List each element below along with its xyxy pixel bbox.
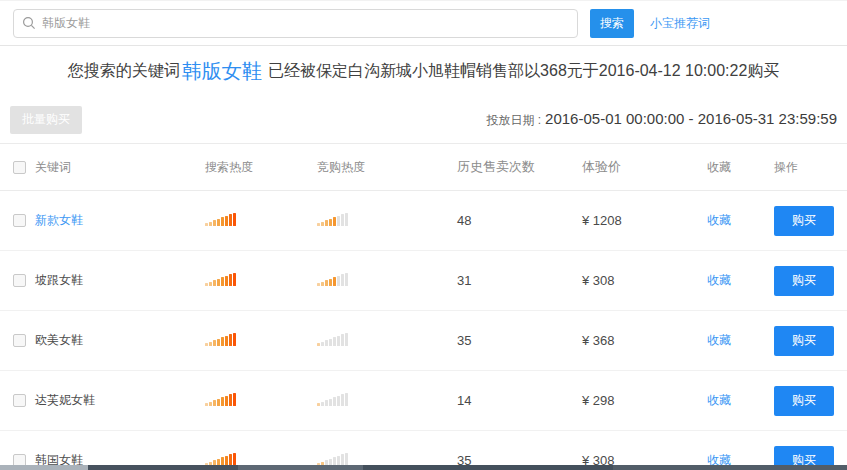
- recommend-words-link[interactable]: 小宝推荐词: [650, 15, 710, 32]
- header-favorite: 收藏: [707, 159, 774, 176]
- search-heat-indicator: [205, 392, 236, 406]
- experience-price: ¥ 298: [582, 393, 707, 408]
- header-price: 体验价: [582, 158, 707, 176]
- notice-keyword: 韩版女鞋: [182, 58, 262, 85]
- table-row: 欧美女鞋 35 ¥ 368 收藏 购买: [0, 311, 847, 371]
- search-heat-indicator: [205, 212, 236, 226]
- sales-count: 14: [457, 393, 582, 408]
- purchase-notice: 您搜索的关键词韩版女鞋 已经被保定白沟新城小旭鞋帽销售部以368元于2016-0…: [0, 46, 847, 96]
- buy-button[interactable]: 购买: [774, 386, 834, 416]
- search-heat-indicator: [205, 332, 236, 346]
- buy-button[interactable]: 购买: [774, 326, 834, 356]
- keyword-purchase-page: 搜索 小宝推荐词 您搜索的关键词韩版女鞋 已经被保定白沟新城小旭鞋帽销售部以36…: [0, 0, 847, 470]
- keyword-link[interactable]: 欧美女鞋: [35, 332, 83, 349]
- bottom-edge-artifact: [0, 465, 847, 470]
- buy-button[interactable]: 购买: [774, 206, 834, 236]
- toolbar: 批量购买 投放日期 : 2016-05-01 00:00:00 - 2016-0…: [0, 96, 847, 144]
- bid-heat-indicator: [317, 272, 348, 286]
- header-sales: 历史售卖次数: [457, 158, 582, 176]
- keyword-link[interactable]: 达芙妮女鞋: [35, 392, 95, 409]
- favorite-link[interactable]: 收藏: [707, 213, 731, 227]
- keyword-link[interactable]: 坡跟女鞋: [35, 272, 83, 289]
- row-checkbox[interactable]: [13, 214, 26, 227]
- select-all-checkbox[interactable]: [13, 161, 26, 174]
- favorite-link[interactable]: 收藏: [707, 273, 731, 287]
- sales-count: 35: [457, 333, 582, 348]
- batch-buy-button[interactable]: 批量购买: [10, 106, 82, 134]
- experience-price: ¥ 368: [582, 333, 707, 348]
- search-icon: [22, 16, 36, 30]
- header-search-heat: 搜索热度: [205, 159, 317, 176]
- bid-heat-indicator: [317, 452, 348, 466]
- sales-count: 48: [457, 213, 582, 228]
- date-range-value: 2016-05-01 00:00:00 - 2016-05-31 23:59:5…: [545, 110, 837, 127]
- experience-price: ¥ 308: [582, 273, 707, 288]
- header-operation: 操作: [774, 159, 834, 176]
- notice-detail: 已经被保定白沟新城小旭鞋帽销售部以368元于2016-04-12 10:00:2…: [264, 61, 780, 82]
- row-checkbox[interactable]: [13, 334, 26, 347]
- row-checkbox[interactable]: [13, 394, 26, 407]
- buy-button[interactable]: 购买: [774, 266, 834, 296]
- table-header: 关键词 搜索热度 竞购热度 历史售卖次数 体验价 收藏 操作: [0, 144, 847, 191]
- notice-prefix: 您搜索的关键词: [68, 61, 180, 82]
- table-row: 达芙妮女鞋 14 ¥ 298 收藏 购买: [0, 371, 847, 431]
- favorite-link[interactable]: 收藏: [707, 393, 731, 407]
- search-box: [13, 9, 578, 38]
- header-keyword: 关键词: [35, 159, 71, 176]
- date-range-label: 投放日期 :: [486, 112, 541, 129]
- experience-price: ¥ 1208: [582, 213, 707, 228]
- bid-heat-indicator: [317, 392, 348, 406]
- bid-heat-indicator: [317, 212, 348, 226]
- table-row: 新款女鞋 48 ¥ 1208 收藏 购买: [0, 191, 847, 251]
- sales-count: 31: [457, 273, 582, 288]
- search-input[interactable]: [42, 11, 577, 36]
- table-row: 坡跟女鞋 31 ¥ 308 收藏 购买: [0, 251, 847, 311]
- bid-heat-indicator: [317, 332, 348, 346]
- table-body: 新款女鞋 48 ¥ 1208 收藏 购买 坡跟女鞋 31 ¥ 308 收藏 购买: [0, 191, 847, 470]
- search-bar: 搜索 小宝推荐词: [0, 1, 847, 46]
- header-bid-heat: 竞购热度: [317, 159, 457, 176]
- search-button[interactable]: 搜索: [590, 9, 634, 38]
- search-heat-indicator: [205, 452, 236, 466]
- favorite-link[interactable]: 收藏: [707, 333, 731, 347]
- delivery-date-range: 投放日期 : 2016-05-01 00:00:00 - 2016-05-31 …: [486, 110, 837, 129]
- search-heat-indicator: [205, 272, 236, 286]
- keyword-link[interactable]: 新款女鞋: [35, 212, 83, 229]
- row-checkbox[interactable]: [13, 274, 26, 287]
